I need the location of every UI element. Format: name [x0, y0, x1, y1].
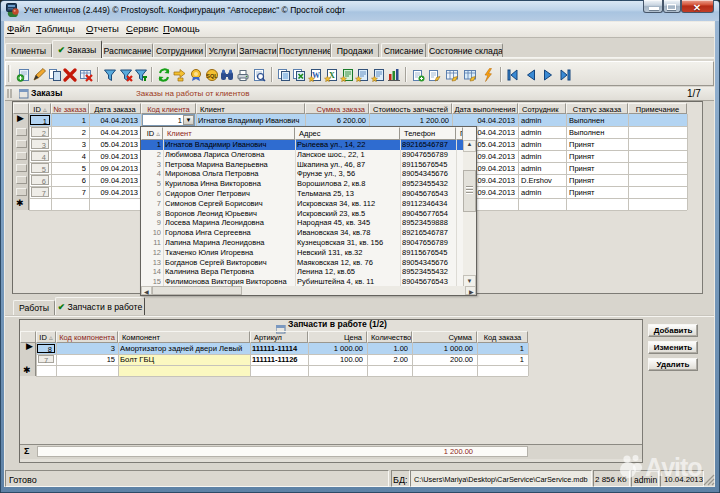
svg-text:SQL: SQL	[206, 73, 218, 79]
svg-text:Avito: Avito	[645, 453, 702, 481]
